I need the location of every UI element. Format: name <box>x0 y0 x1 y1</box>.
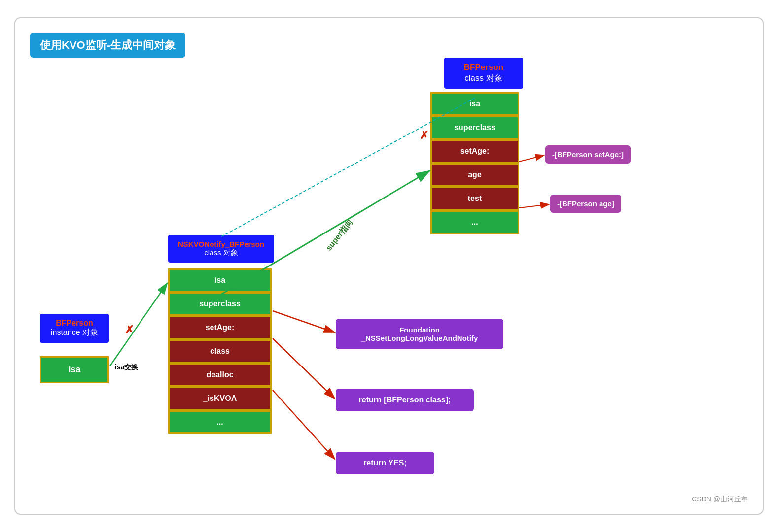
isa-box: isa <box>40 356 109 383</box>
nsk-stack: isa superclass setAge: class dealloc _is… <box>168 268 272 434</box>
stack-cell-isa: isa <box>430 92 519 116</box>
return-yes-box: return YES; <box>336 452 434 474</box>
svg-line-11 <box>519 155 544 162</box>
bfperson-class-label: BFPerson class 对象 <box>444 58 523 89</box>
bfperson-label-sub: class 对象 <box>464 73 502 83</box>
svg-text:✗: ✗ <box>125 324 134 336</box>
age-annotation: -[BFPerson age] <box>550 195 621 213</box>
return-class-box: return [BFPerson class]; <box>336 389 474 411</box>
nsk-cell-ellipsis: ... <box>168 410 272 434</box>
nsk-cell-class: class <box>168 339 272 363</box>
stack-cell-superclass: superclass <box>430 116 519 139</box>
svg-line-8 <box>273 390 335 459</box>
arrows-overlay: ✗ ✗ <box>15 18 763 514</box>
main-container: 使用KVO监听-生成中间对象 BFPerson class 对象 isa sup… <box>14 17 764 515</box>
svg-line-7 <box>273 338 335 399</box>
super-label: super指向 <box>324 217 355 253</box>
nsk-label-sub: class 对象 <box>204 248 238 257</box>
svg-line-9 <box>110 283 167 366</box>
title-box: 使用KVO监听-生成中间对象 <box>30 33 185 58</box>
isa-text: isa <box>68 365 80 374</box>
stack-cell-test: test <box>430 187 519 210</box>
stack-cell-setage: setAge: <box>430 139 519 163</box>
instance-label-sub: instance 对象 <box>51 328 98 336</box>
nsk-cell-setage: setAge: <box>168 316 272 339</box>
bfperson-class-stack: isa superclass setAge: age test ... <box>430 92 519 234</box>
bfperson-label-name: BFPerson <box>464 63 503 72</box>
nsk-cell-superclass: superclass <box>168 292 272 316</box>
setage-annotation: -[BFPerson setAge:] <box>545 145 631 164</box>
stack-cell-ellipsis: ... <box>430 210 519 234</box>
nsk-cell-dealloc: dealloc <box>168 363 272 387</box>
nsk-label-name: NSKVONotify_BFPerson <box>178 240 264 248</box>
foundation-box: Foundation_NSSetLongLongValueAndNotify <box>336 319 503 349</box>
title-text: 使用KVO监听-生成中间对象 <box>40 39 176 51</box>
nsk-cell-iskoa: _isKVOA <box>168 387 272 410</box>
svg-line-6 <box>273 311 335 332</box>
instance-label-name: BFPerson <box>56 319 93 327</box>
nsk-class-label: NSKVONotify_BFPerson class 对象 <box>168 235 274 263</box>
isa-exchange-label: isa交换 <box>115 363 138 372</box>
instance-label: BFPerson instance 对象 <box>40 314 109 343</box>
stack-cell-age: age <box>430 163 519 187</box>
svg-text:✗: ✗ <box>420 129 428 141</box>
watermark: CSDN @山河丘壑 <box>692 495 748 504</box>
nsk-cell-isa: isa <box>168 268 272 292</box>
svg-line-12 <box>519 204 549 208</box>
